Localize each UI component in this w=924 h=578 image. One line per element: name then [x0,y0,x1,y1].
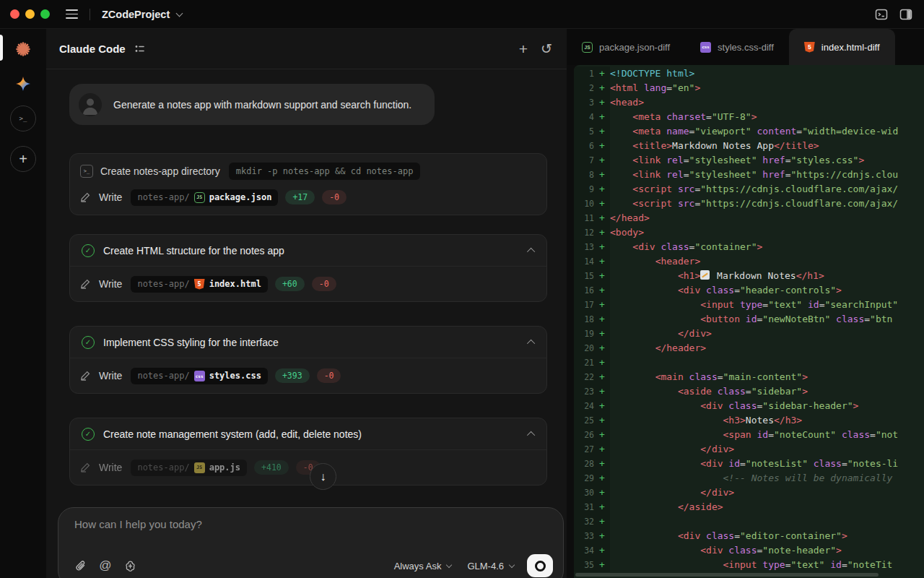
task-rows: >_Create notes-app directorymkdir -p not… [70,154,546,215]
task-card-header[interactable]: ✓Create note management system (add, edi… [70,418,546,450]
diff-plus-sign: + [594,240,610,254]
diff-plus-sign: + [594,442,610,457]
scroll-to-bottom-button[interactable]: ↓ [310,463,336,490]
diff-plus-sign: + [594,543,610,558]
line-number: 23 [574,384,594,399]
mention-icon[interactable]: @ [99,559,112,572]
claude-code-panel: Claude Code + ↺ Generate a notes app wit… [46,29,567,578]
close-window-button[interactable] [10,9,19,19]
line-number: 20 [574,341,594,355]
diff-plus-sign: + [594,384,610,399]
panel-title: Claude Code [59,43,126,55]
file-chip[interactable]: notes-app/cssstyles.css [131,368,268,384]
line-number: 24 [574,399,594,413]
command-chip[interactable]: mkdir -p notes-app && cd notes-app [229,163,421,180]
tab-index.html-diff[interactable]: 5index.html-diff [789,29,895,65]
check-circle-icon: ✓ [82,336,95,349]
css-file-icon: css [194,371,205,381]
file-chip[interactable]: notes-app/5index.html [131,276,268,293]
new-chat-button[interactable]: + [519,41,528,56]
write-row: Writenotes-app/JSpackage.json+17-0 [70,184,546,210]
line-number: 33 [574,529,594,543]
task-card-header[interactable]: ✓Implement CSS styling for the interface [70,327,546,358]
diff-added-line: 5+ <meta name="viewport" content="width=… [574,124,924,139]
active-session-indicator [0,35,3,61]
chevron-up-icon[interactable] [527,247,535,255]
diff-plus-sign: + [594,298,610,312]
history-button[interactable]: ↺ [541,42,552,56]
memo-emoji-icon [700,270,710,280]
horizontal-scrollbar[interactable] [575,573,879,577]
diff-plus-sign: + [594,197,610,211]
js-green-file-icon: JS [194,192,205,203]
tab-styles.css-diff[interactable]: cssstyles.css-diff [685,29,789,65]
task-card: ✓Create note management system (add, edi… [69,418,547,486]
maximize-window-button[interactable] [40,9,50,19]
diff-added-line: 13+ <div class="container"> [574,240,924,254]
diff-plus-sign: + [594,211,610,225]
menu-icon[interactable] [66,9,78,19]
gemini-session-button[interactable] [10,71,36,97]
code-text: <head> [610,95,924,110]
code-text: <input type="text" id="searchInput" [610,298,924,312]
claude-session-button[interactable] [10,36,36,62]
diff-added-line: 29+ <!-- Notes will be dynamically [574,471,924,486]
diff-added-line: 22+ <main class="main-content"> [574,370,924,384]
thinking-mode-icon[interactable] [123,559,136,572]
code-text: <div class="editor-container"> [610,529,924,543]
task-card-header[interactable]: ✓Create HTML structure for the notes app [70,235,546,267]
project-name[interactable]: ZCodeProject [102,9,170,20]
diff-added-line: 1+<!DOCTYPE html> [574,66,924,81]
added-lines-badge: +60 [275,277,305,291]
line-number: 12 [574,225,594,240]
prompt-input[interactable] [74,518,547,530]
code-text: <h3>Notes</h3> [610,413,924,428]
code-text: <meta name="viewport" content="width=dev… [610,124,924,139]
terminal-panel-icon[interactable] [875,8,888,21]
minimize-window-button[interactable] [25,9,35,19]
code-text: <!-- Notes will be dynamically [610,471,924,486]
diff-added-line: 25+ <h3>Notes</h3> [574,413,924,428]
line-number: 25 [574,413,594,428]
diff-plus-sign: + [594,413,610,428]
code-text [610,355,924,370]
write-label: Write [99,278,122,290]
diff-plus-sign: + [594,558,610,572]
new-session-button[interactable]: + [10,146,36,172]
file-chip[interactable]: notes-app/JSpackage.json [131,189,278,206]
tab-package.json-diff[interactable]: JSpackage.json-diff [567,29,685,65]
line-number: 13 [574,240,594,254]
diff-added-line: 20+ </header> [574,341,924,355]
attach-file-icon[interactable] [74,559,87,572]
send-stop-button[interactable] [527,554,553,577]
file-chip[interactable]: notes-app/JSapp.js [131,460,247,476]
js-green-file-icon: JS [582,42,593,53]
diff-added-line: 18+ <button id="newNoteBtn" class="btn [574,312,924,327]
code-text: <meta charset="UTF-8"> [610,110,924,124]
terminal-prompt-icon: >_ [19,115,27,122]
code-text [610,514,924,529]
diff-added-line: 31+ </aside> [574,500,924,514]
input-toolbar: @ Always Ask GLM-4.6 [74,554,553,577]
diff-code-area[interactable]: 1+<!DOCTYPE html>2+<html lang="en">3+<he… [574,65,924,578]
code-text: <button id="newNoteBtn" class="btn [610,312,924,327]
tasks-list-icon[interactable] [134,43,145,54]
diff-added-line: 35+ <input type="text" id="noteTit [574,558,924,572]
diff-plus-sign: + [594,514,610,529]
diff-added-line: 3+<head> [574,95,924,110]
terminal-session-button[interactable]: >_ [10,105,36,131]
chevron-up-icon[interactable] [527,339,535,347]
css-file-icon: css [700,42,711,53]
chevron-up-icon[interactable] [527,431,535,439]
diff-plus-sign: + [594,457,610,471]
model-select[interactable]: GLM-4.6 [467,561,514,571]
diff-plus-sign: + [594,529,610,543]
toggle-right-panel-icon[interactable] [899,8,912,21]
line-number: 17 [574,298,594,312]
permission-mode-select[interactable]: Always Ask [394,561,452,571]
removed-lines-badge: -0 [322,190,346,204]
chat-scroll-area[interactable]: Generate a notes app with markdown suppo… [46,69,567,578]
user-avatar [79,93,102,116]
chevron-down-icon[interactable] [176,9,183,17]
code-text: <input type="text" id="noteTit [610,558,924,572]
